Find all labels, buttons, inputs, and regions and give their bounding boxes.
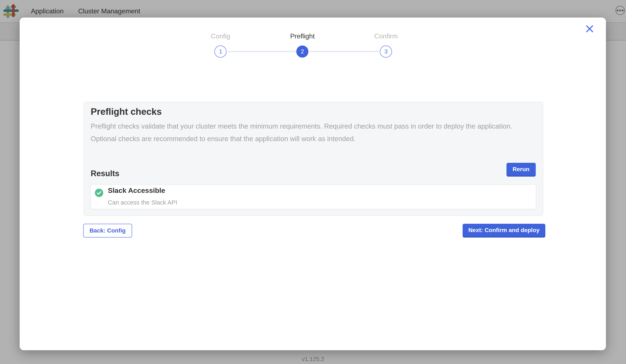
- step-circle-2: 2: [296, 45, 308, 57]
- preflight-description: Preflight checks validate that your clus…: [91, 120, 524, 145]
- step-circle-1: 1: [215, 45, 227, 57]
- rerun-button[interactable]: Rerun: [506, 163, 536, 177]
- preflight-card: Preflight checks Preflight checks valida…: [83, 102, 543, 216]
- preflight-title: Preflight checks: [91, 106, 162, 117]
- preflight-result-row: Slack Accessible Can access the Slack AP…: [91, 185, 536, 209]
- back-config-button[interactable]: Back: Config: [83, 224, 132, 237]
- next-confirm-deploy-button[interactable]: Next: Confirm and deploy: [462, 224, 545, 237]
- result-title: Slack Accessible: [108, 187, 165, 195]
- check-circle-icon: [95, 189, 103, 197]
- step-label-confirm: Confirm: [352, 32, 419, 40]
- screen: Application Cluster Management v1.125.2: [0, 0, 626, 364]
- close-button[interactable]: [585, 24, 594, 33]
- result-detail: Can access the Slack API: [108, 199, 177, 206]
- preflight-modal: Config Preflight Confirm 1 2 3 Preflight…: [19, 17, 606, 350]
- results-heading: Results: [91, 169, 119, 178]
- close-x-icon: [586, 25, 593, 32]
- step-connector: [310, 51, 379, 52]
- step-circle-3: 3: [380, 45, 392, 57]
- step-label-preflight: Preflight: [269, 32, 336, 40]
- step-label-config: Config: [187, 32, 254, 40]
- step-connector: [228, 51, 295, 52]
